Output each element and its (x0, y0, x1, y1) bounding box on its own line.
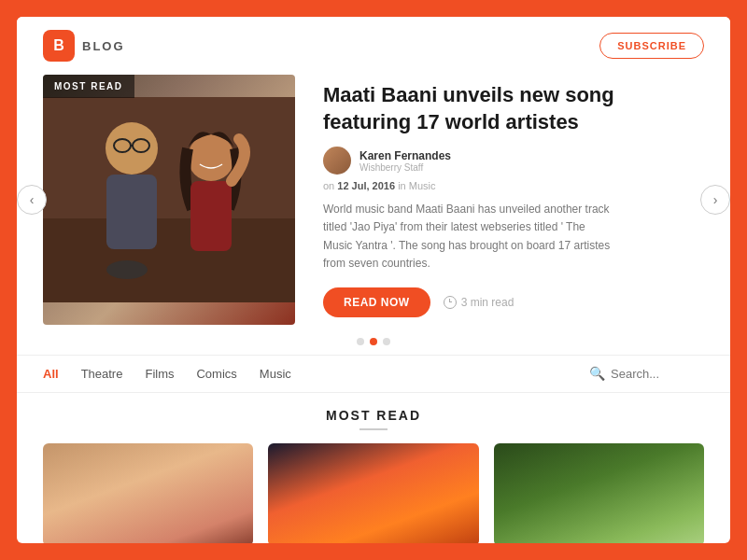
tab-all[interactable]: All (43, 363, 59, 385)
svg-rect-8 (190, 181, 232, 251)
tab-music[interactable]: Music (260, 363, 291, 385)
author-name: Karen Fernandes (359, 149, 451, 162)
tab-comics[interactable]: Comics (196, 363, 236, 385)
svg-rect-6 (106, 175, 157, 249)
dot-3[interactable] (383, 338, 390, 345)
tab-theatre[interactable]: Theatre (81, 363, 123, 385)
hero-content: Maati Baani unveils new song featuring 1… (323, 75, 704, 325)
card-1[interactable] (43, 443, 253, 543)
svg-rect-1 (43, 218, 295, 302)
post-date: 12 Jul, 2016 (337, 180, 395, 191)
section-divider (359, 428, 388, 430)
svg-point-2 (106, 122, 158, 175)
search-icon: 🔍 (589, 366, 605, 381)
author-row: Karen Fernandes Wishberry Staff (323, 147, 704, 175)
author-info: Karen Fernandes Wishberry Staff (359, 149, 451, 173)
dot-1[interactable] (357, 338, 364, 345)
clock-icon (444, 296, 457, 309)
prev-button[interactable]: ‹ (17, 185, 47, 215)
section-title: MOST READ (43, 408, 704, 423)
read-time: 3 min read (444, 296, 514, 309)
search-input[interactable] (611, 367, 704, 381)
hero-title: Maati Baani unveils new song featuring 1… (323, 82, 704, 135)
author-role: Wishberry Staff (359, 162, 451, 173)
svg-point-7 (188, 134, 234, 181)
hero-image: MOST READ (43, 75, 295, 325)
svg-point-9 (106, 260, 148, 279)
read-now-button[interactable]: READ NOW (323, 287, 430, 317)
hero-actions: READ NOW 3 min read (323, 287, 704, 317)
logo-text: BLOG (82, 39, 125, 53)
subscribe-button[interactable]: SUBSCRIBE (599, 33, 704, 59)
header: B BLOG SUBSCRIBE (17, 17, 730, 75)
card-2[interactable] (268, 443, 478, 543)
post-location: Music (409, 180, 436, 191)
hero-description: World music band Maati Baani has unveile… (323, 201, 613, 273)
hero-section: ‹ MOST READ (17, 75, 730, 325)
read-time-text: 3 min read (461, 296, 514, 309)
nav-tabs: All Theatre Films Comics Music 🔍 (17, 355, 730, 393)
most-read-section: MOST READ (17, 393, 730, 543)
tab-films[interactable]: Films (145, 363, 174, 385)
dot-2[interactable] (370, 338, 377, 345)
cards-row (43, 443, 704, 543)
card-3[interactable] (494, 443, 704, 543)
post-meta: on 12 Jul, 2016 in Music (323, 180, 704, 191)
carousel-dots (17, 325, 730, 355)
logo-icon: B (43, 30, 75, 62)
author-avatar (323, 147, 351, 175)
logo-area: B BLOG (43, 30, 125, 62)
most-read-badge: MOST READ (43, 75, 134, 98)
next-button[interactable]: › (700, 185, 730, 215)
logo-char: B (53, 37, 64, 54)
search-area: 🔍 (589, 366, 704, 381)
hero-photo (43, 75, 295, 325)
